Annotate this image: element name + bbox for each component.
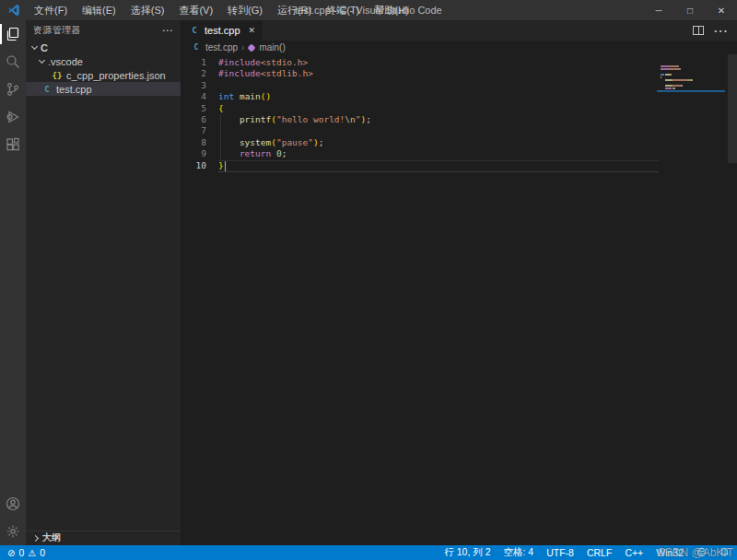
menu-edit[interactable]: 编辑(E) [76,1,123,20]
minimap[interactable] [661,65,714,93]
scrollbar-slider[interactable] [728,54,737,163]
line-content: } [218,160,224,171]
line-number: 7 [181,125,206,136]
feedback-smiley-icon[interactable] [696,547,707,559]
search-icon[interactable] [0,48,26,76]
tree-item-test-cpp[interactable]: C test.cpp [26,82,181,96]
vscode-logo [7,4,20,17]
breadcrumb-file[interactable]: test.cpp [205,42,238,52]
menu-go[interactable]: 转到(G) [221,1,269,20]
language-mode-status[interactable]: C++ [625,547,643,558]
minimap-line [661,79,714,81]
tab-label: test.cpp [205,25,240,36]
editor-group: C test.cpp ✕ ⋯ C test.cpp › main() 1#inc… [181,20,737,545]
text-cursor [225,161,226,171]
build-configuration-status[interactable]: Win32 [656,547,684,558]
line-number: 8 [181,137,206,148]
code-line[interactable]: 10} [181,160,737,171]
extensions-icon[interactable] [0,131,26,158]
line-number: 9 [181,148,206,159]
tab-test-cpp[interactable]: C test.cpp ✕ [181,20,263,41]
problems-status[interactable]: ⊘ 0 ⚠ 0 [7,547,45,558]
cpp-file-icon: C [41,85,53,94]
error-icon: ⊘ [7,548,15,558]
symbol-method-icon [248,43,256,52]
code-line[interactable]: 3 [181,80,737,91]
minimize-button[interactable]: ─ [643,0,674,20]
error-count: 0 [18,547,24,558]
breadcrumb-symbol[interactable]: main() [259,42,285,52]
title-bar: 文件(F) 编辑(E) 选择(S) 查看(V) 转到(G) 运行(R) 终端(T… [0,0,737,20]
code-line[interactable]: 8 system("pause"); [181,137,737,148]
tree-root-folder[interactable]: C [26,41,181,54]
indentation-status[interactable]: 空格: 4 [504,546,534,559]
cursor-position-status[interactable]: 行 10, 列 2 [444,546,490,559]
explorer-icon[interactable] [0,20,26,48]
settings-gear-icon[interactable] [0,518,26,545]
line-content: #include<stdio.h> [218,57,308,68]
activity-bar [0,20,26,545]
cpp-file-icon: C [189,26,200,35]
minimap-line [661,71,714,73]
line-number: 10 [181,160,206,171]
source-control-icon[interactable] [0,76,26,103]
warning-count: 0 [40,547,45,558]
minimap-line [661,85,714,87]
run-and-debug-icon[interactable] [0,103,26,131]
tab-close-icon[interactable]: ✕ [249,26,256,35]
chevron-right-icon [32,534,39,541]
chevron-down-icon [31,42,38,49]
close-button[interactable]: ✕ [706,0,737,20]
line-content: { [218,103,224,114]
code-line[interactable]: 6 printf("hello world!\n"); [181,114,737,125]
line-number: 1 [181,57,206,68]
cpp-file-icon: C [191,43,202,52]
sidebar-title: 资源管理器 [33,24,81,37]
window-title: test.cpp - C - Visual Studio Code [295,5,441,16]
breadcrumb-separator: › [241,42,244,52]
code-line[interactable]: 9 return 0; [181,148,737,159]
split-editor-icon[interactable] [693,26,704,35]
code-line[interactable]: 7 [181,125,737,136]
minimap-line [661,88,714,89]
tab-bar: C test.cpp ✕ ⋯ [181,20,737,41]
line-number: 2 [181,68,206,79]
breadcrumb: C test.cpp › main() [181,41,737,54]
json-file-icon: {} [52,71,63,80]
file-tree: C .vscode {} c_cpp_properties.json C tes… [26,41,181,531]
code-lines: 1#include<stdio.h>2#include<stdlib.h>34i… [181,57,737,171]
tree-item-vscode-folder[interactable]: .vscode [26,54,181,68]
line-content: system("pause"); [218,137,323,148]
tree-item-c-cpp-properties[interactable]: {} c_cpp_properties.json [26,68,181,82]
encoding-status[interactable]: UTF-8 [546,547,574,558]
eol-status[interactable]: CRLF [587,547,612,558]
editor-more-actions-icon[interactable]: ⋯ [713,22,728,40]
line-content: #include<stdlib.h> [218,68,313,79]
sidebar-more-actions-icon[interactable]: ⋯ [162,24,173,37]
code-line[interactable]: 2#include<stdlib.h> [181,68,737,79]
chevron-down-icon [39,56,45,63]
code-line[interactable]: 1#include<stdio.h> [181,57,737,68]
vscode-window: 文件(F) 编辑(E) 选择(S) 查看(V) 转到(G) 运行(R) 终端(T… [0,0,737,560]
status-bar: ⊘ 0 ⚠ 0 行 10, 列 2 空格: 4 UTF-8 CRLF C++ W… [0,545,737,560]
minimap-line [661,82,714,84]
line-number: 6 [181,114,206,125]
minimap-line [661,65,714,67]
window-controls: ─ □ ✕ [643,0,737,20]
code-editor[interactable]: 1#include<stdio.h>2#include<stdlib.h>34i… [181,54,737,545]
maximize-button[interactable]: □ [674,0,706,20]
line-number: 4 [181,91,206,102]
line-number: 5 [181,103,206,114]
notifications-bell-icon[interactable] [719,547,730,559]
explorer-sidebar: 资源管理器 ⋯ C .vscode {} c_cpp_properties.js… [26,20,181,545]
code-line[interactable]: 4int main() [181,91,737,102]
outline-section[interactable]: 大纲 [26,531,181,544]
menu-view[interactable]: 查看(V) [172,1,219,20]
menu-file[interactable]: 文件(F) [28,1,74,20]
account-icon[interactable] [0,490,26,518]
line-content: printf("hello world!\n"); [218,114,371,125]
minimap-line [661,74,714,76]
menu-selection[interactable]: 选择(S) [124,1,171,20]
minimap-line [661,68,714,70]
code-line[interactable]: 5{ [181,103,737,114]
